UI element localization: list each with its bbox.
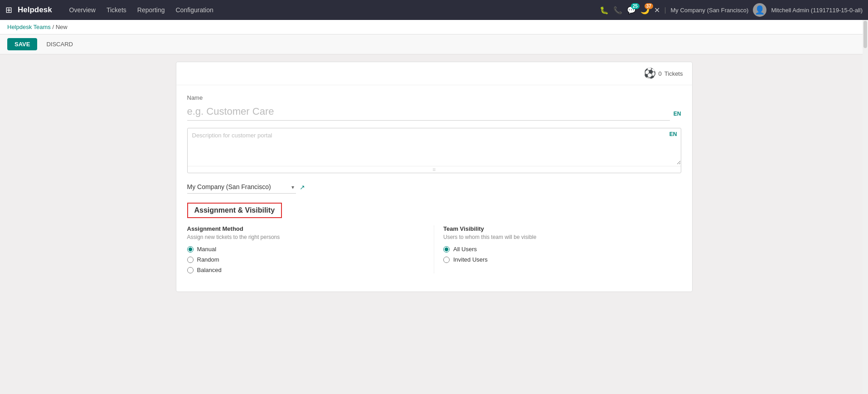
radio-random-label: Random bbox=[197, 256, 219, 263]
name-field-row: EN bbox=[187, 103, 681, 121]
moon-badge: 37 bbox=[645, 3, 653, 9]
action-bar: SAVE DISCARD bbox=[0, 34, 868, 54]
description-field-wrapper: EN ≡ bbox=[187, 128, 681, 173]
team-visibility-desc: Users to whom this team will be visible bbox=[443, 234, 681, 240]
breadcrumb-current: New bbox=[56, 24, 68, 30]
assignment-method-radio-group: Manual Random Balanced bbox=[187, 246, 425, 273]
name-lang-badge: EN bbox=[674, 111, 681, 117]
radio-balanced-input[interactable] bbox=[187, 267, 194, 273]
nav-divider: | bbox=[664, 6, 666, 14]
radio-balanced[interactable]: Balanced bbox=[187, 267, 425, 273]
assignment-method-desc: Assign new tickets to the right persons bbox=[187, 234, 425, 240]
radio-balanced-label: Balanced bbox=[197, 267, 222, 273]
company-external-link[interactable]: ↗ bbox=[300, 184, 305, 191]
tickets-count: 0 bbox=[659, 70, 662, 77]
radio-invited-users[interactable]: Invited Users bbox=[443, 256, 681, 263]
main-menu: Overview Tickets Reporting Configuration bbox=[65, 5, 218, 15]
moon-icon[interactable]: 🌙 37 bbox=[640, 6, 650, 15]
menu-configuration[interactable]: Configuration bbox=[171, 5, 218, 15]
tickets-icon: ⚽ bbox=[644, 68, 656, 79]
radio-all-users-input[interactable] bbox=[443, 246, 450, 253]
bug-icon[interactable]: 🐛 bbox=[600, 6, 609, 15]
scrollbar-track bbox=[863, 20, 868, 393]
team-visibility-radio-group: All Users Invited Users bbox=[443, 246, 681, 263]
menu-reporting[interactable]: Reporting bbox=[133, 5, 170, 15]
assignment-method-column: Assignment Method Assign new tickets to … bbox=[187, 225, 434, 273]
radio-all-users[interactable]: All Users bbox=[443, 246, 681, 253]
desc-lang-badge: EN bbox=[669, 131, 677, 137]
form-body: Name EN EN ≡ My Company (San Francisco) … bbox=[176, 85, 692, 292]
radio-random-input[interactable] bbox=[187, 257, 194, 263]
company-select-wrapper: My Company (San Francisco) ▾ bbox=[187, 180, 296, 194]
username[interactable]: Mitchell Admin (11917119-15-0-all) bbox=[771, 7, 863, 14]
menu-tickets[interactable]: Tickets bbox=[102, 5, 131, 15]
form-card: ⚽ 0 Tickets Name EN EN ≡ bbox=[176, 62, 693, 292]
breadcrumb: Helpdesk Teams / New bbox=[0, 20, 868, 34]
save-button[interactable]: SAVE bbox=[7, 38, 37, 50]
resize-handle[interactable]: ≡ bbox=[188, 166, 681, 173]
description-textarea[interactable] bbox=[188, 128, 681, 165]
main-content: ⚽ 0 Tickets Name EN EN ≡ bbox=[0, 54, 868, 393]
assignment-method-label: Assignment Method bbox=[187, 225, 425, 232]
close-icon[interactable]: ✕ bbox=[654, 6, 660, 15]
radio-random[interactable]: Random bbox=[187, 256, 425, 263]
radio-invited-users-label: Invited Users bbox=[453, 256, 488, 263]
breadcrumb-separator: / bbox=[53, 24, 56, 30]
chat-badge: 25 bbox=[631, 3, 640, 9]
company-select[interactable]: My Company (San Francisco) bbox=[187, 180, 296, 194]
menu-overview[interactable]: Overview bbox=[65, 5, 100, 15]
apps-menu-icon[interactable]: ⊞ bbox=[5, 5, 12, 15]
scrollbar-thumb[interactable] bbox=[863, 21, 867, 48]
radio-invited-users-input[interactable] bbox=[443, 257, 450, 263]
phone-icon[interactable]: 📞 bbox=[613, 6, 622, 15]
radio-manual-input[interactable] bbox=[187, 246, 194, 253]
team-visibility-column: Team Visibility Users to whom this team … bbox=[434, 225, 681, 273]
radio-all-users-label: All Users bbox=[453, 246, 477, 253]
team-visibility-label: Team Visibility bbox=[443, 225, 681, 232]
name-label: Name bbox=[187, 94, 681, 101]
brand-name: Helpdesk bbox=[18, 5, 52, 15]
form-card-header: ⚽ 0 Tickets bbox=[176, 62, 692, 85]
topnav-right-area: 🐛 📞 💬 25 🌙 37 ✕ | My Company (San Franci… bbox=[600, 3, 863, 17]
radio-manual-label: Manual bbox=[197, 246, 217, 253]
name-input[interactable] bbox=[187, 103, 670, 121]
chat-icon[interactable]: 💬 25 bbox=[627, 6, 636, 15]
discard-button[interactable]: DISCARD bbox=[41, 38, 78, 50]
company-row: My Company (San Francisco) ▾ ↗ bbox=[187, 180, 681, 194]
radio-manual[interactable]: Manual bbox=[187, 246, 425, 253]
section-assignment-visibility: Assignment & Visibility bbox=[187, 203, 282, 218]
top-navigation: ⊞ Helpdesk Overview Tickets Reporting Co… bbox=[0, 0, 868, 20]
assignment-visibility-columns: Assignment Method Assign new tickets to … bbox=[187, 225, 681, 282]
company-name[interactable]: My Company (San Francisco) bbox=[670, 7, 748, 14]
tickets-label: Tickets bbox=[664, 70, 683, 77]
tickets-stat[interactable]: ⚽ 0 Tickets bbox=[644, 68, 683, 79]
avatar[interactable]: 👤 bbox=[753, 3, 766, 17]
breadcrumb-parent[interactable]: Helpdesk Teams bbox=[7, 24, 51, 30]
